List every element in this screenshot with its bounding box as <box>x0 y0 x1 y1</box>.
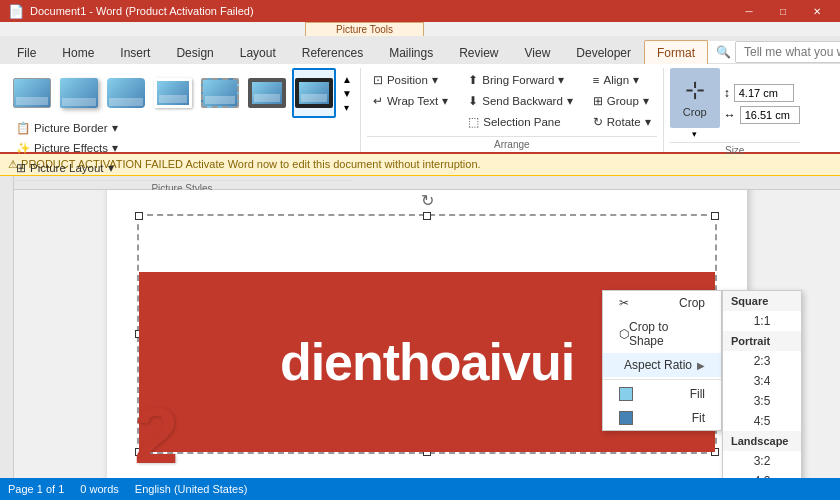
aspect-item-3-4[interactable]: 3:4 <box>723 371 801 391</box>
tab-review[interactable]: Review <box>446 40 511 64</box>
menu-item-crop[interactable]: ✂ Crop <box>603 291 721 315</box>
submenu-arrow: ▶ <box>697 360 705 371</box>
arrange-label: Arrange <box>367 136 657 152</box>
align-icon: ≡ <box>593 74 600 86</box>
forward-icon: ⬆ <box>468 73 478 87</box>
position-btn[interactable]: ⊡ Position ▾ <box>367 70 454 90</box>
title-text: Document1 - Word (Product Activation Fai… <box>30 5 254 17</box>
rotate-icon: ↻ <box>593 115 603 129</box>
dropdown-arrow: ▾ <box>112 121 118 135</box>
content-row: ↻ d <box>0 176 840 478</box>
title-bar: 📄 Document1 - Word (Product Activation F… <box>0 0 840 22</box>
close-button[interactable]: ✕ <box>802 0 832 22</box>
tab-format[interactable]: Format <box>644 40 708 64</box>
minimize-button[interactable]: ─ <box>734 0 764 22</box>
menu-item-fit[interactable]: Fit <box>603 406 721 430</box>
effects-icon: ✨ <box>16 141 30 155</box>
picture-style-5[interactable] <box>198 68 242 118</box>
ribbon-group-picture-styles: ▲ ▼ ▾ 📋 Picture Border ▾ ✨ Picture Effec… <box>4 68 361 152</box>
number-2: 2 <box>134 390 179 478</box>
styles-scroll-up[interactable]: ▲ <box>340 73 354 86</box>
tab-insert[interactable]: Insert <box>107 40 163 64</box>
dropdown-arrow: ▾ <box>112 141 118 155</box>
dropdown-arrow: ▾ <box>108 161 114 175</box>
height-input[interactable] <box>734 84 794 102</box>
tab-view[interactable]: View <box>512 40 564 64</box>
ribbon: ▲ ▼ ▾ 📋 Picture Border ▾ ✨ Picture Effec… <box>0 64 840 154</box>
portrait-header: Portrait <box>723 331 801 351</box>
crop-menu-icon: ✂ <box>619 296 629 310</box>
tab-layout[interactable]: Layout <box>227 40 289 64</box>
tab-home[interactable]: Home <box>49 40 107 64</box>
border-icon: 📋 <box>16 121 30 135</box>
aspect-item-3-5[interactable]: 3:5 <box>723 391 801 411</box>
aspect-item-1-1[interactable]: 1:1 <box>723 311 801 331</box>
wrap-icon: ↵ <box>373 94 383 108</box>
crop-dropdown-arrow[interactable]: ▾ <box>691 128 698 140</box>
group-icon: ⊞ <box>593 94 603 108</box>
maximize-button[interactable]: □ <box>768 0 798 22</box>
search-bar[interactable]: 🔍 <box>708 41 840 64</box>
page-info: Page 1 of 1 <box>8 483 64 495</box>
aspect-item-4-5[interactable]: 4:5 <box>723 411 801 431</box>
fit-icon <box>619 411 633 425</box>
menu-item-fill[interactable]: Fill <box>603 382 721 406</box>
wrap-text-btn[interactable]: ↵ Wrap Text ▾ <box>367 91 454 111</box>
picture-border-btn[interactable]: 📋 Picture Border ▾ <box>10 118 124 138</box>
tab-references[interactable]: References <box>289 40 376 64</box>
picture-tools-label: Picture Tools <box>305 22 424 36</box>
bring-forward-btn[interactable]: ⬆ Bring Forward ▾ <box>462 70 579 90</box>
picture-style-7-selected[interactable] <box>292 68 336 118</box>
align-btn[interactable]: ≡ Align ▾ <box>587 70 657 90</box>
crop-button[interactable]: ⊹ Crop <box>670 68 720 128</box>
rotate-btn[interactable]: ↻ Rotate ▾ <box>587 112 657 132</box>
square-header: Square <box>723 291 801 311</box>
ribbon-group-size: ⊹ Crop ▾ ↕ ↔ <box>664 68 806 152</box>
landscape-header: Landscape <box>723 431 801 451</box>
main-content: ↻ d <box>14 190 840 478</box>
aspect-item-2-3[interactable]: 2:3 <box>723 351 801 371</box>
group-btn[interactable]: ⊞ Group ▾ <box>587 91 657 111</box>
picture-style-6[interactable] <box>245 68 289 118</box>
tab-developer[interactable]: Developer <box>563 40 644 64</box>
ribbon-group-arrange: ⊡ Position ▾ ↵ Wrap Text ▾ ⬆ <box>361 68 664 152</box>
tab-design[interactable]: Design <box>163 40 226 64</box>
tab-file[interactable]: File <box>4 40 49 64</box>
position-icon: ⊡ <box>373 73 383 87</box>
width-icon: ↔ <box>724 108 736 122</box>
menu-item-aspect-ratio[interactable]: Aspect Ratio ▶ <box>603 353 721 377</box>
word-count: 0 words <box>80 483 119 495</box>
picture-layout-btn[interactable]: ⊞ Picture Layout ▾ <box>10 158 120 178</box>
picture-style-2[interactable] <box>57 68 101 118</box>
picture-style-3[interactable] <box>104 68 148 118</box>
handle-top-right[interactable] <box>711 212 719 220</box>
picture-style-1[interactable] <box>10 68 54 118</box>
aspect-item-3-2[interactable]: 3:2 <box>723 451 801 471</box>
picture-style-4[interactable] <box>151 68 195 118</box>
width-input[interactable] <box>740 106 800 124</box>
crop-icon: ⊹ <box>685 78 705 102</box>
rotate-handle[interactable]: ↻ <box>421 191 434 210</box>
aspect-item-4-3[interactable]: 4:3 <box>723 471 801 478</box>
size-label: Size <box>670 142 800 158</box>
app-wrapper: 📄 Document1 - Word (Product Activation F… <box>0 0 840 500</box>
styles-more[interactable]: ▾ <box>340 101 354 114</box>
status-bar: Page 1 of 1 0 words English (United Stat… <box>0 478 840 500</box>
styles-scroll-down[interactable]: ▼ <box>340 87 354 100</box>
aspect-ratio-submenu: Square 1:1 Portrait 2:3 3:4 3:5 4:5 Land… <box>722 290 802 478</box>
menu-item-crop-to-shape[interactable]: ⬡ Crop to Shape <box>603 315 721 353</box>
handle-top-center[interactable] <box>423 212 431 220</box>
send-backward-btn[interactable]: ⬇ Send Backward ▾ <box>462 91 579 111</box>
height-icon: ↕ <box>724 86 730 100</box>
center-content: ↻ d <box>14 176 840 478</box>
selection-pane-btn[interactable]: ⬚ Selection Pane <box>462 112 579 132</box>
picture-effects-btn[interactable]: ✨ Picture Effects ▾ <box>10 138 124 158</box>
selection-icon: ⬚ <box>468 115 479 129</box>
handle-top-left[interactable] <box>135 212 143 220</box>
tab-mailings[interactable]: Mailings <box>376 40 446 64</box>
tabs-row: File Home Insert Design Layout Reference… <box>0 36 840 64</box>
search-input[interactable] <box>735 41 840 63</box>
language: English (United States) <box>135 483 248 495</box>
left-ruler <box>0 176 14 478</box>
backward-icon: ⬇ <box>468 94 478 108</box>
